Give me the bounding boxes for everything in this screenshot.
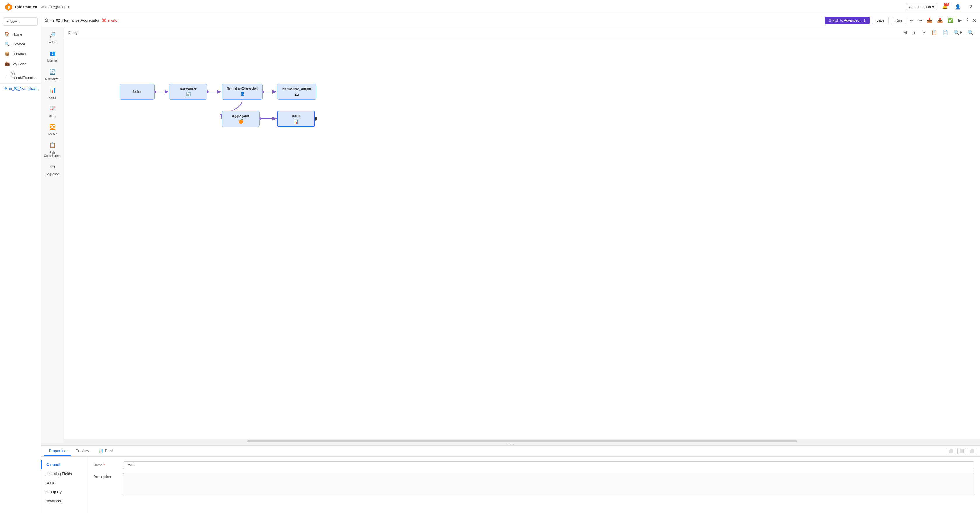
palette-item-parse[interactable]: 📊 Parse <box>41 83 64 102</box>
validate-button[interactable]: ✅ <box>947 16 955 24</box>
header-left: Informatica Data Integration ▾ <box>5 3 70 11</box>
canvas-tool-group: ⊞ 🗑 ✂ 📋 📄 🔍+ 🔍- <box>902 29 977 37</box>
rank-tab-icon: 📊 <box>99 449 103 453</box>
palette-item-normalizer[interactable]: 🔄 Normalizer <box>41 65 64 83</box>
notification-button[interactable]: 🔔 13 <box>940 2 950 12</box>
sidebar-file-item[interactable]: ⚙ m_02_Normalizer... <box>0 85 41 92</box>
redo-button[interactable]: ↪ <box>917 16 923 24</box>
normalizer-label: Normalizer <box>180 87 197 91</box>
panel-nav-advanced[interactable]: Advanced <box>41 496 87 505</box>
palette-item-sequence[interactable]: 🗃 Sequence <box>41 160 64 178</box>
canvas-inner: Sales Normalizer 🔄 NormalizerExpression … <box>64 38 473 184</box>
explore-icon: 🔍 <box>4 41 10 47</box>
sidebar-item-import[interactable]: ↕ My Import/Export... <box>0 69 41 82</box>
panel-nav-general[interactable]: General <box>41 460 87 469</box>
zoom-out-button[interactable]: 🔍- <box>966 29 977 37</box>
description-label: Description: <box>93 473 119 479</box>
zoom-in-button[interactable]: 🔍+ <box>952 29 964 37</box>
canvas-title: Design <box>68 30 80 35</box>
paste-button[interactable]: 📄 <box>940 29 950 37</box>
normexpr-label: NormalizerExpression <box>227 87 258 91</box>
copy-button[interactable]: 📋 <box>929 29 939 37</box>
sidebar-item-bundles[interactable]: 📦 Bundles <box>0 49 41 59</box>
parse-label: Parse <box>48 96 56 99</box>
invalid-icon: ❌ <box>102 18 106 22</box>
tab-properties[interactable]: Properties <box>45 446 71 456</box>
palette-item-lookup[interactable]: 🔎 Lookup <box>41 28 64 46</box>
panel-content: General Incoming Fields Rank Group By Ad… <box>41 457 980 513</box>
mapping-actions: Switch to Advanced... ℹ Save Run ↩ ↪ 📥 📤… <box>825 16 977 24</box>
export-button[interactable]: 📤 <box>936 16 944 24</box>
palette-item-router[interactable]: 🔀 Router <box>41 120 64 138</box>
description-input[interactable] <box>123 473 974 496</box>
undo-button[interactable]: ↩ <box>908 16 915 24</box>
transform-palette: 🔎 Lookup 👥 Mapplet 🔄 Normalizer 📊 Parse … <box>41 27 64 443</box>
cut-button[interactable]: ✂ <box>921 29 928 37</box>
design-area: 🔎 Lookup 👥 Mapplet 🔄 Normalizer 📊 Parse … <box>41 27 980 443</box>
file-label: m_02_Normalizer... <box>9 87 40 91</box>
panel-layout-full-btn[interactable]: ⬜ <box>968 448 977 454</box>
main-layout: + New... 🏠 Home 🔍 Explore 📦 Bundles 💼 My… <box>0 14 980 513</box>
agg-label: Aggregator <box>232 114 249 118</box>
name-field: Name:* <box>93 461 974 469</box>
panel-nav-rank[interactable]: Rank <box>41 478 87 488</box>
node-normalizer-expression[interactable]: NormalizerExpression 👤 <box>222 84 262 100</box>
close-button[interactable]: ✕ <box>972 17 977 24</box>
rank-label: Rank <box>49 114 56 118</box>
org-selector[interactable]: Classmethod ▾ <box>906 3 937 11</box>
panel-nav-incoming[interactable]: Incoming Fields <box>41 469 87 478</box>
panel-layout-split-btn[interactable]: ⬜ <box>947 448 956 454</box>
node-aggregator[interactable]: Aggregator 🍊 <box>222 111 259 127</box>
name-input[interactable] <box>123 461 974 469</box>
bundles-icon: 📦 <box>4 51 10 57</box>
canvas-scrollbar[interactable] <box>64 439 980 443</box>
sidebar-divider <box>0 83 41 84</box>
sidebar-item-myjobs[interactable]: 💼 My Jobs <box>0 59 41 69</box>
panel-form: Name:* Description: <box>88 457 980 513</box>
node-rank[interactable]: Rank 📊 <box>277 111 315 127</box>
import-button[interactable]: 📥 <box>926 16 934 24</box>
name-label: Name:* <box>93 461 119 467</box>
panel-resize-handle[interactable]: • • • <box>41 443 980 446</box>
canvas-wrapper: Design ⊞ 🗑 ✂ 📋 📄 🔍+ 🔍- <box>64 27 980 443</box>
more-options-button[interactable]: ⋮ <box>965 17 970 23</box>
import-icon: ↕ <box>4 73 8 78</box>
top-header: Informatica Data Integration ▾ Classmeth… <box>0 0 980 14</box>
palette-item-rule-spec[interactable]: 📋 Rule Specification <box>41 138 64 160</box>
notification-badge: 13 <box>944 3 949 6</box>
node-sales[interactable]: Sales <box>119 84 154 100</box>
palette-item-rank[interactable]: 📈 Rank <box>41 102 64 120</box>
rank-label: Rank <box>292 114 300 118</box>
panel-layout-bottom-btn[interactable]: ⬜ <box>957 448 966 454</box>
node-normalizer-output[interactable]: Normalizer_Output 🗂 <box>277 84 317 100</box>
rule-spec-icon: 📋 <box>48 140 57 150</box>
rule-spec-label: Rule Specification <box>42 151 63 157</box>
save-button[interactable]: Save <box>872 17 889 24</box>
sales-label: Sales <box>132 90 142 94</box>
grid-view-button[interactable]: ⊞ <box>902 29 909 37</box>
mapping-header: ⚙ m_02_NormalizerAggregator ❌ Invalid Sw… <box>41 14 980 27</box>
myjobs-icon: 💼 <box>4 61 10 67</box>
sequence-label: Sequence <box>46 173 59 176</box>
tab-properties-label: Properties <box>49 449 66 453</box>
run-config-button[interactable]: ▶ <box>957 16 963 24</box>
informatica-logo <box>5 3 13 11</box>
sidebar-item-home[interactable]: 🏠 Home <box>0 29 41 39</box>
mapplet-icon: 👥 <box>48 49 57 58</box>
help-button[interactable]: ? <box>966 2 975 12</box>
new-button[interactable]: + New... <box>3 17 38 25</box>
palette-item-mapplet[interactable]: 👥 Mapplet <box>41 46 64 65</box>
tab-rank[interactable]: 📊 Rank <box>94 446 118 456</box>
switch-advanced-button[interactable]: Switch to Advanced... ℹ <box>825 17 870 24</box>
node-normalizer[interactable]: Normalizer 🔄 <box>169 84 207 100</box>
tab-preview[interactable]: Preview <box>71 446 94 456</box>
app-subtitle[interactable]: Data Integration ▾ <box>40 5 70 9</box>
agg-icon: 🍊 <box>238 119 243 124</box>
normalizer-icon: 🔄 <box>186 92 191 97</box>
panel-nav-groupby[interactable]: Group By <box>41 488 87 496</box>
user-button[interactable]: 👤 <box>953 2 963 12</box>
canvas[interactable]: Sales Normalizer 🔄 NormalizerExpression … <box>64 38 980 439</box>
run-button[interactable]: Run <box>891 17 906 24</box>
delete-button[interactable]: 🗑 <box>911 29 919 37</box>
sidebar-item-explore[interactable]: 🔍 Explore <box>0 39 41 49</box>
